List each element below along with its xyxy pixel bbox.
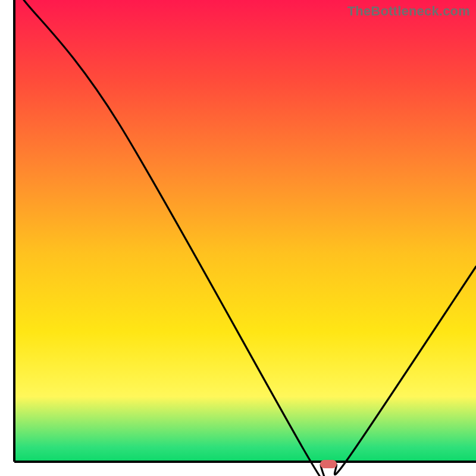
chart-background: [15, 0, 476, 461]
chart-container: TheBottleneck.com: [0, 0, 476, 476]
watermark-label: TheBottleneck.com: [347, 4, 470, 19]
optimal-marker: [320, 460, 337, 468]
bottleneck-chart: [0, 0, 476, 476]
